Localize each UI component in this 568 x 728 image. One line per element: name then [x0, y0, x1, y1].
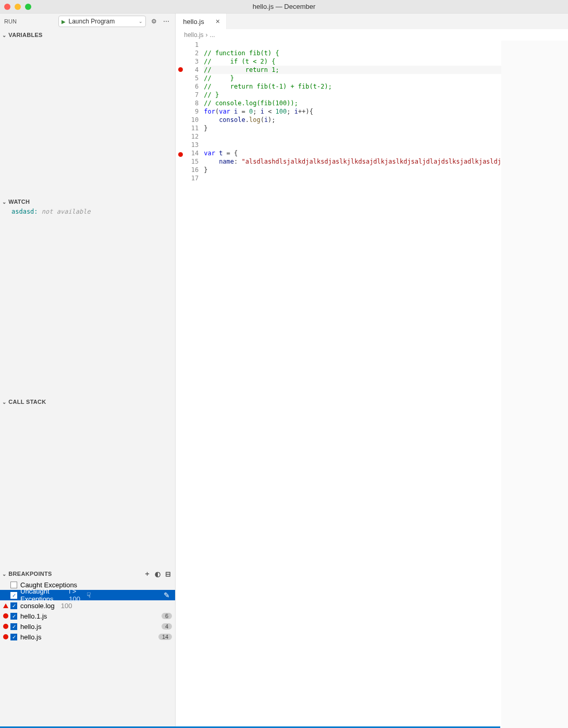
breakpoint-icon: [3, 613, 8, 619]
chevron-down-icon: ⌄: [2, 32, 6, 38]
no-marker: [3, 582, 8, 587]
code-line[interactable]: [204, 41, 501, 49]
more-icon[interactable]: ⋯: [162, 18, 171, 25]
watch-value: not available: [38, 208, 91, 215]
breadcrumb-more: ...: [210, 31, 215, 39]
breakpoint-checkbox[interactable]: ✓: [10, 602, 17, 609]
line-number-badge: 14: [158, 634, 172, 640]
code-line[interactable]: name: "alsdlashdlsjalkdjalksdjaslkjlkdsa…: [204, 157, 501, 166]
close-window-button[interactable]: [4, 4, 10, 10]
code-line[interactable]: // console.log(fib(100));: [204, 99, 501, 107]
breadcrumbs[interactable]: hello.js › ...: [176, 29, 568, 41]
breakpoint-checkbox[interactable]: ✓: [10, 623, 17, 630]
run-toolbar: RUN ▶ Launch Program ⌄ ⚙ ⋯: [0, 14, 175, 29]
breakpoint-label: hello.js: [19, 633, 41, 641]
chevron-right-icon: ›: [206, 31, 208, 39]
tab-bar: hello.js ×: [176, 14, 568, 29]
edit-icon[interactable]: ✎: [164, 591, 170, 599]
code-line[interactable]: // if (t < 2) {: [204, 57, 501, 66]
cursor-pointer-icon: ☟: [87, 591, 91, 599]
line-number: 9: [185, 107, 199, 116]
breakpoint-row[interactable]: ✓hello.1.js6: [0, 611, 175, 621]
remove-breakpoints-icon[interactable]: ⊟: [163, 570, 173, 578]
line-number: 17: [185, 174, 199, 182]
add-breakpoint-icon[interactable]: ＋: [142, 569, 152, 578]
line-number-badge: 6: [162, 613, 172, 619]
gutter-line-numbers: 1234567891011121314151617: [185, 41, 204, 728]
line-number: 8: [185, 99, 199, 107]
code-line[interactable]: }: [204, 124, 501, 132]
breakpoint-row[interactable]: ✓hello.js4: [0, 621, 175, 632]
breakpoint-checkbox[interactable]: ✓: [10, 634, 17, 640]
breakpoint-checkbox[interactable]: ✓: [10, 613, 17, 620]
callstack-header[interactable]: ⌄ CALL STACK: [0, 396, 175, 408]
line-number: 5: [185, 74, 199, 82]
line-number: 10: [185, 116, 199, 124]
breakpoint-checkbox[interactable]: [10, 582, 17, 588]
code-line[interactable]: console.log(i);: [204, 116, 501, 124]
code-line[interactable]: // }: [204, 91, 501, 99]
play-icon: ▶: [61, 19, 66, 24]
watch-title: WATCH: [8, 199, 30, 205]
debug-sidebar: RUN ▶ Launch Program ⌄ ⚙ ⋯ ⌄ VARIABLES ⌄…: [0, 14, 176, 728]
code-line[interactable]: [204, 132, 501, 141]
breakpoints-title: BREAKPOINTS: [8, 571, 52, 577]
editor-area: hello.js × hello.js › ... 12345678910111…: [176, 14, 568, 728]
breakpoint-label: console.log: [19, 602, 55, 610]
logpoint-icon: [3, 603, 8, 608]
code-line[interactable]: // return 1;: [204, 66, 501, 74]
code-line[interactable]: // }: [204, 74, 501, 82]
launch-config-text: Launch Program: [69, 18, 136, 25]
callstack-title: CALL STACK: [8, 399, 46, 405]
code-line[interactable]: [204, 141, 501, 149]
title-bar: hello.js — December: [0, 0, 568, 14]
line-number: 2: [185, 49, 199, 57]
line-number: 16: [185, 166, 199, 174]
watch-key: asdasd:: [11, 208, 38, 215]
variables-header[interactable]: ⌄ VARIABLES: [0, 29, 175, 41]
breakpoint-icon: [3, 634, 8, 639]
gutter-breakpoints[interactable]: [176, 41, 185, 728]
close-icon[interactable]: ×: [214, 17, 222, 26]
breakpoint-icon[interactable]: [178, 152, 183, 157]
breakpoint-row[interactable]: ✓Uncaught Exceptionsi > 100☟✎: [0, 590, 175, 600]
code-line[interactable]: // return fib(t-1) + fib(t-2);: [204, 82, 501, 91]
minimap[interactable]: [501, 41, 568, 728]
code-content[interactable]: // function fib(t) {// if (t < 2) {// re…: [204, 41, 501, 728]
watch-header[interactable]: ⌄ WATCH: [0, 196, 175, 207]
line-number: 13: [185, 141, 199, 149]
gear-icon[interactable]: ⚙: [149, 18, 158, 25]
breakpoint-condition: 100: [57, 602, 72, 610]
line-number: 3: [185, 57, 199, 66]
breakpoint-checkbox[interactable]: ✓: [10, 592, 17, 599]
maximize-window-button[interactable]: [25, 4, 31, 10]
code-line[interactable]: var t = {: [204, 149, 501, 157]
code-line[interactable]: for(var i = 0; i < 100; i++){: [204, 107, 501, 116]
breakpoint-row[interactable]: ✓hello.js14: [0, 632, 175, 642]
code-line[interactable]: // function fib(t) {: [204, 49, 501, 57]
no-marker: [3, 593, 8, 598]
line-number: 14: [185, 149, 199, 157]
code-line[interactable]: }: [204, 166, 501, 174]
chevron-down-icon: ⌄: [2, 571, 6, 577]
line-number-badge: 4: [162, 623, 172, 630]
watch-expression[interactable]: asdasd: not available: [0, 207, 175, 215]
breadcrumb-file: hello.js: [184, 31, 203, 39]
line-number: 6: [185, 82, 199, 91]
launch-config-dropdown[interactable]: ▶ Launch Program ⌄: [58, 16, 146, 27]
variables-title: VARIABLES: [8, 32, 42, 38]
tab-hello-js[interactable]: hello.js ×: [176, 14, 227, 29]
line-number: 1: [185, 41, 199, 49]
chevron-down-icon: ⌄: [139, 19, 143, 24]
toggle-breakpoints-icon[interactable]: ◐: [152, 570, 163, 578]
minimize-window-button[interactable]: [15, 4, 21, 10]
breakpoint-icon[interactable]: [178, 67, 183, 72]
window-title: hello.js — December: [253, 3, 316, 10]
line-number: 11: [185, 124, 199, 132]
breakpoint-icon: [3, 624, 8, 629]
run-label: RUN: [4, 18, 17, 24]
line-number: 12: [185, 132, 199, 141]
breakpoints-header[interactable]: ⌄ BREAKPOINTS ＋ ◐ ⊟: [0, 568, 175, 579]
code-line[interactable]: [204, 174, 501, 182]
breakpoint-row[interactable]: ✓console.log100: [0, 600, 175, 611]
